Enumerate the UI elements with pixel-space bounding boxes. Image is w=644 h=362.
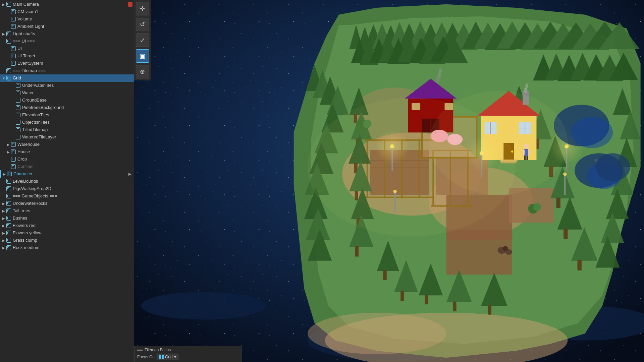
hierarchy-item-warehouse[interactable]: Warehouse [0, 141, 134, 148]
icon-tall-trees [6, 208, 11, 214]
hierarchy-item-ground-base[interactable]: GroundBase [0, 97, 134, 104]
label-elevation-tiles: ElevationTiles [22, 111, 132, 119]
svg-point-185 [563, 172, 567, 176]
hierarchy-item-ui-target[interactable]: UI Target [0, 52, 134, 60]
arrow-character[interactable] [2, 172, 7, 176]
grid-cell-2 [162, 355, 164, 357]
label-house: House [17, 148, 132, 156]
icon-volume [11, 16, 16, 22]
hierarchy-item-tilled-tilemap[interactable]: TilledTilemap [0, 126, 134, 133]
hierarchy-item-watered-tile-layer[interactable]: WateredTileLayer [0, 133, 134, 141]
arrow-flowers-red[interactable] [1, 224, 6, 228]
hierarchy-item-bushes[interactable]: Bushes [0, 215, 134, 222]
label-crop: Crop [17, 156, 132, 163]
svg-rect-115 [355, 246, 359, 256]
hierarchy-list[interactable]: Main CameraCM vcam1VolumeAmbient LightLi… [0, 0, 134, 362]
icon-house [11, 149, 16, 155]
transform-tool[interactable]: ⊕ [136, 65, 149, 78]
focus-dropdown[interactable]: Grid ▾ [157, 354, 178, 360]
label-character: Character [13, 170, 128, 178]
hierarchy-item-pinetrees-bg[interactable]: PinetreesBackground [0, 104, 134, 111]
hierarchy-item-cm-vcam1[interactable]: CM vcam1 [0, 8, 134, 15]
label-underwater-tiles: UnderwaterTiles [22, 82, 132, 89]
hierarchy-item-main-camera[interactable]: Main Camera [0, 1, 134, 8]
hierarchy-item-crop[interactable]: Crop [0, 156, 134, 163]
icon-ground-base [15, 98, 21, 103]
label-ambient-light: Ambient Light [17, 23, 132, 30]
svg-rect-137 [488, 305, 491, 315]
scale-tool[interactable]: ⤢ [136, 34, 149, 47]
hierarchy-item-objects-in-tiles[interactable]: ObjectsInTiles [0, 119, 134, 126]
label-gameobjects-sep: === GameObjects === [13, 192, 132, 200]
scene-view [134, 0, 644, 362]
tilemap-focus-row: Focus On Grid ▾ [137, 354, 238, 360]
label-grass-clump: Grass clump [13, 237, 132, 244]
grid-icon [159, 355, 164, 359]
hierarchy-item-character[interactable]: Character▶ [0, 170, 134, 178]
arrow-light-shafts[interactable] [1, 32, 6, 36]
arrow-warehouse[interactable] [6, 143, 11, 146]
hierarchy-item-ambient-light[interactable]: Ambient Light [0, 23, 134, 30]
arrow-rock-medium[interactable] [1, 246, 6, 250]
arrow-grass-clump[interactable] [1, 239, 6, 242]
move-tool[interactable]: ✛ [136, 2, 149, 15]
hierarchy-item-water[interactable]: Water [0, 89, 134, 97]
hierarchy-item-flowers-yellow[interactable]: Flowers yellow [0, 229, 134, 237]
label-light-shafts: Light shafts [13, 30, 132, 38]
label-watered-tile-layer: WateredTileLayer [22, 133, 132, 141]
arrow-flowers-yellow[interactable] [1, 231, 6, 235]
icon-objects-in-tiles [15, 120, 21, 125]
hierarchy-item-elevation-tiles[interactable]: ElevationTiles [0, 111, 134, 119]
grid-label: Grid [165, 355, 173, 359]
hierarchy-item-flowers-red[interactable]: Flowers red [0, 222, 134, 229]
label-warehouse: Warehouse [17, 141, 132, 148]
hierarchy-item-confiner[interactable]: Confiner [0, 163, 134, 170]
badge-main-camera [128, 2, 132, 7]
hierarchy-item-volume[interactable]: Volume [0, 15, 134, 23]
hierarchy-item-underwater-rocks[interactable]: UnderwaterRocks [0, 200, 134, 207]
focus-on-text: Focus On [137, 355, 155, 359]
label-confiner: Confiner [17, 163, 132, 170]
arrow-underwater-rocks[interactable] [1, 202, 6, 205]
svg-rect-125 [564, 229, 568, 239]
tilemap-title-decoration [137, 350, 143, 351]
hierarchy-item-light-shafts[interactable]: Light shafts [0, 30, 134, 38]
label-main-camera: Main Camera [13, 1, 126, 8]
rect-tool[interactable]: ▣ [136, 49, 149, 63]
hierarchy-item-tall-trees[interactable]: Tall trees [0, 207, 134, 215]
hierarchy-item-grass-clump[interactable]: Grass clump [0, 237, 134, 244]
icon-watered-tile-layer [15, 134, 21, 140]
hierarchy-item-house[interactable]: House [0, 148, 134, 156]
label-water: Water [22, 89, 132, 97]
hierarchy-item-ui-separator[interactable]: === UI === [0, 38, 134, 45]
label-tilemap-separator: === Tilemap === [13, 67, 132, 74]
hierarchy-item-pigs-walking[interactable]: PigsWalkingArea2D [0, 185, 134, 192]
icon-main-camera [6, 2, 11, 7]
icon-ambient-light [11, 24, 16, 29]
rotate-tool[interactable]: ↺ [136, 18, 149, 31]
hierarchy-item-event-system[interactable]: EventSystem [0, 60, 134, 67]
hierarchy-item-rock-medium[interactable]: Rock medium [0, 244, 134, 251]
hierarchy-panel: Main CameraCM vcam1VolumeAmbient LightLi… [0, 0, 134, 362]
icon-tilemap-separator [6, 68, 11, 73]
arrow-house[interactable] [6, 150, 11, 154]
icon-underwater-tiles [15, 83, 21, 88]
label-grid: Grid [13, 74, 132, 82]
tilemap-focus-label: Tilemap Focus [145, 348, 171, 352]
svg-rect-129 [383, 270, 386, 280]
icon-ui [11, 46, 16, 51]
arrow-bushes[interactable] [1, 217, 6, 220]
label-tilled-tilemap: TilledTilemap [22, 126, 132, 133]
svg-point-150 [524, 87, 527, 93]
grid-cell-3 [159, 357, 161, 360]
hierarchy-item-tilemap-separator[interactable]: === Tilemap === [0, 67, 134, 74]
arrow-tall-trees[interactable] [1, 209, 6, 213]
arrow-grid[interactable] [1, 76, 6, 80]
hierarchy-item-ui[interactable]: UI [0, 45, 134, 52]
hierarchy-item-gameobjects-sep[interactable]: === GameObjects === [0, 192, 134, 200]
hierarchy-item-level-bounds[interactable]: LevelBounds [0, 178, 134, 185]
hierarchy-item-grid[interactable]: Grid [0, 74, 134, 82]
arrow-main-camera[interactable] [1, 3, 6, 6]
svg-point-202 [533, 203, 541, 211]
hierarchy-item-underwater-tiles[interactable]: UnderwaterTiles [0, 82, 134, 89]
